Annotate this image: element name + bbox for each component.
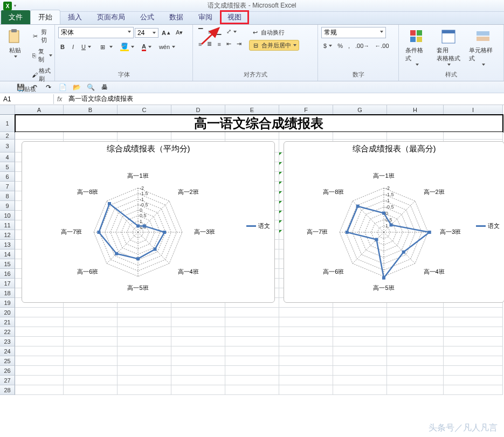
cell[interactable] [444, 337, 503, 346]
cell[interactable] [333, 346, 387, 356]
tab-review[interactable]: 审阅 [191, 10, 220, 24]
print-preview-icon[interactable]: 🔍 [86, 83, 95, 92]
fill-color-button[interactable]: 🪣 [118, 41, 136, 52]
cell[interactable] [387, 317, 444, 327]
cell[interactable] [171, 385, 225, 395]
orientation-button[interactable]: ⤢ [224, 27, 239, 36]
align-left-button[interactable]: ≡ [196, 40, 204, 48]
cell[interactable] [387, 385, 444, 395]
cell[interactable] [64, 132, 118, 140]
col-header[interactable]: B [64, 105, 118, 115]
print-icon[interactable]: 🖶 [100, 83, 109, 92]
tab-pagelayout[interactable]: 页面布局 [89, 10, 133, 24]
italic-button[interactable]: I [70, 43, 76, 51]
cell[interactable] [333, 132, 387, 140]
grow-font-button[interactable]: A▴ [160, 28, 172, 37]
radar-chart[interactable]: 综合成绩报表（平均分)高一1班高一2班高一3班高一4班高一5班高一6班高一7班高… [22, 141, 275, 303]
font-family-select[interactable]: 宋体 [58, 27, 134, 38]
cell[interactable] [64, 385, 118, 395]
cell-styles-button[interactable]: 单元格样式 [466, 27, 500, 67]
row-header[interactable]: 13 [0, 240, 15, 249]
cell[interactable] [225, 317, 279, 327]
row-header[interactable]: 26 [0, 366, 15, 376]
open-icon[interactable]: 📂 [72, 83, 81, 92]
row-header[interactable]: 19 [0, 298, 15, 308]
cell[interactable] [387, 366, 444, 376]
cell[interactable] [118, 327, 171, 337]
cell[interactable] [118, 308, 171, 317]
shrink-font-button[interactable]: A▾ [174, 28, 185, 37]
row-header[interactable]: 11 [0, 220, 15, 230]
col-header[interactable]: G [333, 105, 387, 115]
cell[interactable] [279, 346, 333, 356]
cell[interactable] [225, 327, 279, 337]
title-cell[interactable]: 高一语文综合成绩报表 [15, 115, 503, 132]
row-header[interactable]: 24 [0, 346, 15, 356]
worksheet[interactable]: ABCDEFGHI1高一语文综合成绩报表23班级考生人数平均分标准差标准分最高分… [0, 105, 504, 437]
radar-chart[interactable]: 综合成绩报表（最高分)高一1班高一2班高一3班高一4班高一5班高一6班高一7班高… [284, 141, 504, 303]
cut-button[interactable]: ✂剪切 [29, 27, 54, 45]
row-header[interactable]: 8 [0, 191, 15, 201]
underline-button[interactable]: U [79, 43, 93, 51]
table-format-button[interactable]: 套用 表格格式 [433, 27, 464, 67]
bold-button[interactable]: B [58, 43, 67, 51]
cell[interactable] [15, 327, 64, 337]
cell[interactable] [387, 346, 444, 356]
tab-view[interactable]: 视图 [220, 10, 249, 24]
paste-button[interactable]: 粘贴 [3, 27, 27, 59]
cell[interactable] [15, 337, 64, 346]
cell[interactable] [333, 317, 387, 327]
cell[interactable] [64, 366, 118, 376]
row-header[interactable]: 2 [0, 132, 15, 140]
row-header[interactable]: 17 [0, 279, 15, 288]
col-header[interactable]: A [15, 105, 64, 115]
row-header[interactable]: 20 [0, 308, 15, 317]
cell[interactable] [387, 308, 444, 317]
tab-file[interactable]: 文件 [1, 10, 30, 24]
copy-button[interactable]: ⎘复制 [29, 46, 54, 65]
row-header[interactable]: 10 [0, 211, 15, 220]
cell[interactable] [333, 366, 387, 376]
cell[interactable] [225, 385, 279, 395]
align-bottom-button[interactable]: ▁ [215, 27, 223, 36]
col-header[interactable]: I [444, 105, 503, 115]
col-header[interactable]: D [171, 105, 225, 115]
tab-formulas[interactable]: 公式 [133, 10, 162, 24]
phonetic-button[interactable]: wén [157, 43, 177, 51]
tab-data[interactable]: 数据 [162, 10, 191, 24]
cell[interactable] [444, 385, 503, 395]
col-header[interactable]: C [118, 105, 171, 115]
comma-button[interactable]: , [346, 41, 352, 50]
row-header[interactable]: 4 [0, 152, 15, 162]
cell[interactable] [225, 356, 279, 366]
percent-button[interactable]: % [335, 41, 345, 50]
indent-dec-button[interactable]: ⇤ [224, 39, 233, 48]
row-header[interactable]: 12 [0, 230, 15, 240]
cell[interactable] [171, 327, 225, 337]
cell[interactable] [64, 317, 118, 327]
cell[interactable] [387, 337, 444, 346]
cell[interactable] [333, 376, 387, 385]
cell[interactable] [279, 376, 333, 385]
cell[interactable] [171, 308, 225, 317]
tab-insert[interactable]: 插入 [60, 10, 89, 24]
cell[interactable] [15, 376, 64, 385]
col-header[interactable]: E [225, 105, 279, 115]
cell[interactable] [118, 385, 171, 395]
cell[interactable] [279, 337, 333, 346]
cell[interactable] [15, 308, 64, 317]
row-header[interactable]: 28 [0, 385, 15, 395]
cell[interactable] [279, 132, 333, 140]
row-header[interactable]: 16 [0, 269, 15, 279]
cell[interactable] [15, 132, 64, 140]
cell[interactable] [171, 132, 225, 140]
cell[interactable] [171, 356, 225, 366]
row-header[interactable]: 1 [0, 115, 15, 132]
cell[interactable] [171, 366, 225, 376]
cell[interactable] [444, 346, 503, 356]
cell[interactable] [15, 385, 64, 395]
cell[interactable] [333, 308, 387, 317]
cell[interactable] [444, 356, 503, 366]
indent-inc-button[interactable]: ⇥ [234, 39, 244, 48]
row-header[interactable]: 15 [0, 259, 15, 269]
